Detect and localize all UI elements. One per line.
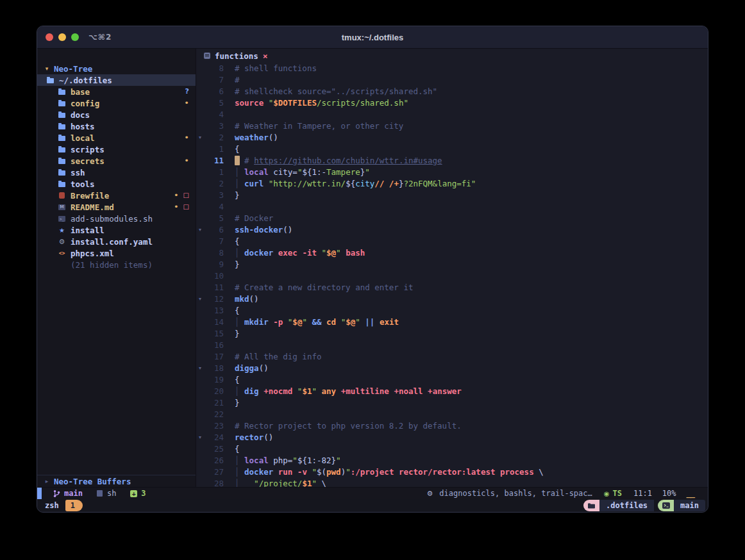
code-line[interactable]: 19{ [196,374,708,386]
zoom-window-button[interactable] [71,33,79,41]
tree-item-secrets[interactable]: secrets• [37,155,196,167]
code-line[interactable]: 28│ "/project/$1" \ [196,478,708,487]
code-text: } [235,190,240,201]
code-line[interactable]: ▾18digga() [196,363,708,374]
code-line[interactable]: ▾24rector() [196,432,708,443]
code-line[interactable]: 21} [196,397,708,409]
tree-item-ssh[interactable]: ssh [37,167,196,178]
code-line[interactable]: 6# shellcheck source="../scripts/shared.… [196,86,708,97]
tree-item-install[interactable]: install [37,224,196,236]
filetype-icon [97,490,103,497]
code-text: digga() [235,363,269,374]
code-line[interactable]: 9} [196,259,708,270]
tree-item-.dotfiles[interactable]: ~/.dotfiles [37,74,196,86]
code-line[interactable]: 7{ [196,236,708,247]
fold-column [196,340,206,351]
git-status-badges: • [184,155,196,167]
code-line[interactable]: 11 # https://github.com/chubin/wttr.in#u… [196,155,708,167]
line-number: 7 [206,74,224,86]
minimize-window-button[interactable] [58,33,66,41]
code-line[interactable]: 14│ mkdir -p "$@" && cd "$@" || exit [196,317,708,328]
code-line[interactable]: 8# shell functions [196,63,708,74]
code-line[interactable]: 7# [196,74,708,86]
code-line[interactable]: 26│ local php="${1:-82}" [196,455,708,466]
code-line[interactable]: 17# All the dig info [196,351,708,363]
tree-item-config[interactable]: config• [37,97,196,109]
code-text: { [235,144,240,155]
fold-icon[interactable]: ▾ [196,363,206,374]
tree-item-label: ~/.dotfiles [59,76,112,85]
fold-column [196,178,206,190]
buffers-title: Neo-Tree Buffers [54,477,131,486]
line-number: 11 [206,282,224,293]
tree-item-tools[interactable]: tools [37,178,196,190]
fold-column [196,74,206,86]
tree-item-local[interactable]: local• [37,132,196,144]
tree-item-label: docs [71,110,90,120]
git-status-badge: • [184,155,189,167]
code-line[interactable]: 10 [196,270,708,282]
code-text: # https://github.com/chubin/wttr.in#usag… [235,155,442,167]
tree-item-hosts[interactable]: hosts [37,120,196,132]
tree-item-phpcs.xml[interactable]: phpcs.xml [37,247,196,259]
line-number: 2 [206,178,224,190]
code-text: │ "/project/$1" \ [235,478,326,487]
fold-icon[interactable]: ▾ [196,432,206,443]
code-line[interactable]: 3} [196,190,708,201]
code-line[interactable]: ▾12mkd() [196,293,708,305]
code-line[interactable]: 27│ docker run -v "$(pwd)":/project rect… [196,466,708,478]
gear-icon [58,238,66,245]
code-line[interactable]: 23# Rector project to php version 8.2 by… [196,420,708,432]
tree-item-base[interactable]: base? [37,86,196,97]
code-line[interactable]: 5# Docker [196,213,708,224]
tree-item-21hiddenitems[interactable]: (21 hidden items) [37,259,196,270]
code-line[interactable]: 16 [196,340,708,351]
main-area: ▾ Neo-Tree ~/.dotfilesbase?config•docsho… [37,49,708,487]
code-line[interactable]: 25{ [196,443,708,455]
fold-column [196,328,206,340]
tree-item-label: install.conf.yaml [71,237,153,247]
code-line[interactable]: 22 [196,409,708,420]
tmux-window-index[interactable]: 1 [65,500,83,511]
tab-functions[interactable]: functions × [204,51,268,61]
tree-item-scripts[interactable]: scripts [37,144,196,155]
tree-item-addsubmodules.sh[interactable]: add-submodules.sh [37,213,196,224]
tree-item-install.conf.yaml[interactable]: install.conf.yaml [37,236,196,247]
code-line[interactable]: 4 [196,201,708,213]
code-line[interactable]: 5source "$DOTFILES/scripts/shared.sh" [196,97,708,109]
code-line[interactable]: 13{ [196,305,708,317]
folder-icon [58,122,66,130]
code-line[interactable]: 4 [196,109,708,120]
code-buffer[interactable]: 8# shell functions 7# 6# shellcheck sour… [196,63,708,487]
tree-item-brewfile[interactable]: Brewfile•□ [37,190,196,201]
code-line[interactable]: 20│ dig +nocmd "$1" any +multiline +noal… [196,386,708,397]
git-status-badges: • [184,132,196,144]
code-line[interactable]: 1│ local city="${1:-Tampere}" [196,167,708,178]
tree-item-readme.md[interactable]: README.md•□ [37,201,196,213]
fold-column [196,97,206,109]
close-window-button[interactable] [46,33,53,41]
tree-item-label: phpcs.xml [71,249,114,258]
code-line[interactable]: 1{ [196,144,708,155]
code-text: source "$DOTFILES/scripts/shared.sh" [235,97,408,109]
code-text: rector() [235,432,273,443]
code-line[interactable]: 2│ curl "http://wttr.in/${city// /+}?2nF… [196,178,708,190]
close-icon[interactable]: × [263,51,268,61]
fold-icon[interactable]: ▾ [196,224,206,236]
line-number: 20 [206,386,224,397]
code-text: │ local city="${1:-Tampere}" [235,167,370,178]
line-number: 14 [206,317,224,328]
code-line[interactable]: 15} [196,328,708,340]
code-line[interactable]: 11# Create a new directory and enter it [196,282,708,293]
code-line[interactable]: ▾2weather() [196,132,708,144]
neo-tree-header[interactable]: ▾ Neo-Tree [37,63,196,74]
fold-icon[interactable]: ▾ [196,293,206,305]
neo-tree-buffers-header[interactable]: ▸ Neo-Tree Buffers [37,475,196,487]
fold-icon[interactable]: ▾ [196,132,206,144]
tree-item-docs[interactable]: docs [37,109,196,120]
tree-item-label: config [71,99,99,108]
code-line[interactable]: 3# Weather in Tampere, or other city [196,120,708,132]
code-line[interactable]: ▾6ssh-docker() [196,224,708,236]
code-line[interactable]: 8│ docker exec -it "$@" bash [196,247,708,259]
tabline: functions × [196,49,708,63]
